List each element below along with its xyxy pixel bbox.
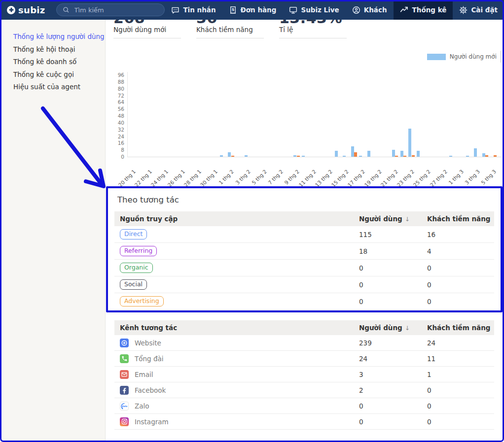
nav-item-chat[interactable]: Tin nhắn [165, 0, 222, 20]
stat-label: Tỉ lệ [279, 26, 347, 38]
nav-item-trend[interactable]: Thống kê [394, 0, 453, 20]
bar-secondary[interactable] [494, 155, 497, 157]
bar-new-users[interactable] [302, 156, 305, 157]
nav-item-label: Đơn hàng [241, 6, 277, 14]
channel-name: Instagram [135, 418, 169, 426]
subiz-logo[interactable]: subiz [0, 5, 51, 15]
source-pill[interactable]: Social [120, 279, 147, 290]
source-row-organic: Organic00 [114, 260, 494, 276]
sidebar-item-2[interactable]: Thống kê doanh số [13, 56, 105, 68]
sidebar-item-4[interactable]: Hiệu suất của agent [13, 81, 105, 94]
source-leads: 16 [427, 231, 494, 238]
bar-new-users[interactable] [293, 155, 296, 157]
source-users: 0 [359, 264, 427, 272]
sidebar-item-1[interactable]: Thống kê hội thoại [13, 43, 105, 56]
new-users-chart: Người dùng mới 081624324048566472808896 … [109, 49, 501, 192]
bar-new-users[interactable] [343, 156, 346, 157]
channel-row-website: Website23924 [114, 335, 494, 351]
svg-text:$: $ [231, 7, 234, 12]
channel-row-phone: Tổng đài2411 [114, 351, 494, 367]
channel-table-header: Kênh tương tác Người dùng↓ Khách tiềm nă… [114, 320, 494, 335]
sort-desc-icon[interactable]: ↓ [405, 216, 410, 223]
nav-item-label: Cài đặt [471, 6, 498, 14]
bar-secondary[interactable] [395, 156, 398, 157]
col-source: Nguồn truy cập [114, 215, 359, 223]
chart-plot-area [127, 49, 501, 157]
y-tick-label: 24 [118, 134, 124, 139]
source-pill[interactable]: Direct [120, 229, 147, 239]
channel-name: Website [135, 339, 161, 347]
bar-secondary[interactable] [485, 155, 488, 157]
sidebar-item-0[interactable]: Thống kê lượng người dùng [13, 31, 105, 43]
y-tick-label: 32 [118, 127, 124, 133]
channel-leads: 24 [427, 339, 494, 347]
bar-new-users[interactable] [228, 152, 231, 157]
bar-new-users[interactable] [466, 156, 469, 157]
trend-icon [400, 6, 409, 14]
bar-secondary[interactable] [231, 156, 234, 157]
order-icon: $ [229, 6, 237, 14]
search-icon [63, 6, 70, 13]
nav-item-monitor[interactable]: Subiz Live [283, 0, 345, 20]
channel-name: Email [135, 371, 153, 378]
channel-row-instagram: Instagram00 [114, 414, 494, 430]
bar-secondary[interactable] [354, 152, 357, 157]
sidebar-items: Thống kê lượng người dùngThống kê hội th… [0, 20, 105, 94]
nav-item-order[interactable]: $Đơn hàng [222, 0, 283, 20]
channel-leads: 0 [427, 418, 494, 426]
top-navbar: subiz Tin nhắn$Đơn hàngSubiz LiveKháchTh… [0, 0, 504, 20]
traffic-source-table: Nguồn truy cập Người dùng↓ Khách tiềm nă… [114, 211, 494, 310]
col-users[interactable]: Người dùng↓ [359, 215, 427, 223]
bar-new-users[interactable] [367, 151, 370, 157]
stat: 13.43%Tỉ lệ [279, 20, 347, 38]
svg-text:Zalo: Zalo [122, 405, 127, 408]
source-pill[interactable]: Advertising [120, 296, 164, 306]
source-users: 18 [359, 247, 427, 255]
bar-new-users[interactable] [351, 146, 354, 157]
nav-item-label: Thống kê [412, 6, 447, 14]
channel-users: 239 [359, 339, 427, 347]
nav-item-label: Tin nhắn [183, 6, 216, 14]
col-leads[interactable]: Khách tiềm năng [427, 324, 494, 332]
sidebar-item-3[interactable]: Thống kê cuộc gọi [13, 68, 105, 81]
col-channel: Kênh tương tác [114, 324, 359, 332]
bar-new-users[interactable] [392, 150, 395, 157]
col-users[interactable]: Người dùng↓ [359, 324, 427, 332]
bar-new-users[interactable] [245, 155, 248, 157]
stat: 36Khách tiềm năng [196, 20, 264, 38]
channel-leads: 1 [427, 371, 494, 378]
bar-new-users[interactable] [400, 151, 403, 157]
channel-table-body: Website23924Tổng đài2411Email31Facebook2… [114, 335, 494, 430]
source-row-direct: Direct11516 [114, 226, 494, 243]
y-tick-label: 48 [118, 113, 124, 119]
stat-label: Người dùng mới [113, 26, 181, 38]
y-tick-label: 88 [118, 79, 124, 85]
bar-new-users[interactable] [417, 151, 420, 157]
bar-new-users[interactable] [335, 151, 338, 157]
monitor-icon [289, 6, 297, 14]
channel-name: Facebook [135, 386, 166, 394]
source-pill[interactable]: Organic [120, 263, 153, 273]
bar-new-users[interactable] [449, 156, 452, 157]
stat-value: 36 [196, 20, 264, 24]
channel-users: 0 [359, 402, 427, 410]
sort-desc-icon[interactable]: ↓ [405, 325, 410, 332]
channel-users: 2 [359, 386, 427, 394]
bar-secondary[interactable] [412, 155, 415, 157]
y-tick-label: 96 [118, 72, 124, 78]
col-leads[interactable]: Khách tiềm năng [427, 215, 494, 223]
bar-new-users[interactable] [359, 156, 362, 157]
bar-new-users[interactable] [408, 129, 411, 157]
bar-new-users[interactable] [482, 153, 485, 157]
nav-item-gear[interactable]: Cài đặt [453, 0, 504, 20]
bar-secondary[interactable] [297, 156, 300, 157]
bar-secondary[interactable] [403, 156, 406, 157]
bar-new-users[interactable] [220, 155, 223, 157]
nav-item-person[interactable]: Khách [346, 0, 394, 20]
search-box[interactable] [56, 3, 165, 16]
y-tick-label: 8 [121, 147, 124, 153]
search-input[interactable] [73, 6, 159, 14]
channel-users: 0 [359, 418, 427, 426]
bar-new-users[interactable] [474, 148, 477, 157]
source-pill[interactable]: Referring [120, 246, 157, 256]
